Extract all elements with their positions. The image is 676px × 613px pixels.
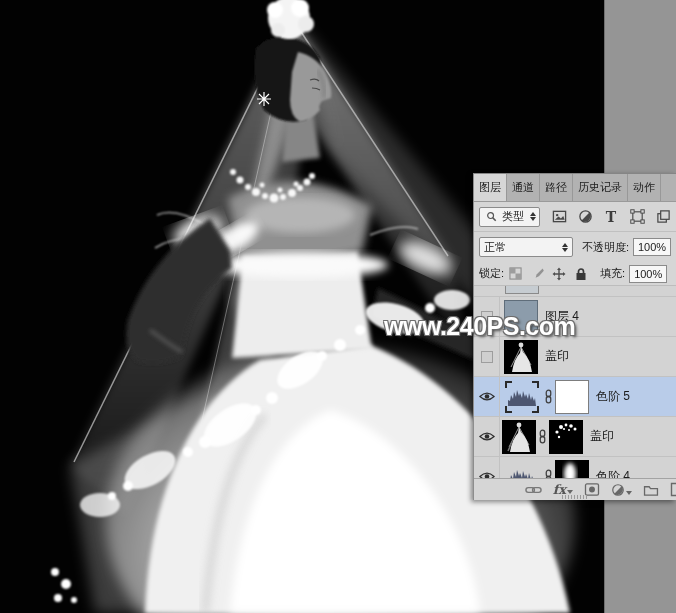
layer-mask-thumbnail[interactable] [555, 460, 589, 479]
link-mask-icon[interactable] [543, 469, 554, 478]
chevron-updown-icon [562, 243, 568, 252]
filter-adjustment-layers-icon[interactable] [577, 209, 593, 225]
lock-label: 锁定: [479, 266, 504, 281]
watermark: www.240PS.com [384, 312, 575, 341]
layer-row-gaiyin-hidden[interactable]: 盖印 [474, 337, 676, 377]
layer-filter-row: 类型 T [474, 202, 676, 232]
new-adjustment-layer-button[interactable] [611, 483, 632, 497]
panel-resize-grip[interactable] [562, 495, 588, 499]
levels-adjustment-thumbnail[interactable] [502, 380, 542, 414]
panel-bottom-bar: fx [474, 478, 676, 500]
layer-row-sejie5[interactable]: 色阶 5 [474, 377, 676, 417]
panel-tab-bar: 图层 通道 路径 历史记录 动作 [474, 174, 676, 202]
chevron-updown-icon [530, 212, 536, 221]
filter-smart-object-icon[interactable] [655, 209, 671, 225]
filter-type-layers-icon[interactable]: T [603, 209, 619, 225]
opacity-label: 不透明度: [582, 240, 629, 255]
link-layers-button[interactable] [525, 485, 542, 495]
new-group-button[interactable] [643, 484, 659, 496]
eye-icon [479, 431, 495, 442]
filter-pixel-layers-icon[interactable] [551, 209, 567, 225]
layer-mask-thumbnail[interactable] [555, 380, 589, 414]
visibility-off-box [481, 351, 493, 363]
tab-actions[interactable]: 动作 [628, 174, 661, 201]
tab-paths[interactable]: 路径 [540, 174, 573, 201]
caret-down-icon [567, 490, 573, 494]
lock-row: 锁定: 填充: 100% [474, 262, 676, 286]
layer-row-gaiyin[interactable]: 盖印 [474, 417, 676, 457]
eye-icon [479, 471, 495, 478]
opacity-field[interactable]: 100% [633, 238, 671, 256]
layer-name: 色阶 4 [596, 468, 630, 478]
layer-thumbnail [505, 286, 539, 294]
fill-field[interactable]: 100% [629, 265, 667, 283]
blend-mode-dropdown[interactable]: 正常 [479, 237, 573, 257]
caret-down-icon [626, 491, 632, 495]
search-icon [483, 209, 499, 225]
lock-transparency-icon[interactable] [508, 267, 522, 281]
filter-kind-label: 类型 [502, 209, 524, 224]
tab-history[interactable]: 历史记录 [573, 174, 628, 201]
tab-layers[interactable]: 图层 [474, 174, 507, 201]
lock-pixels-icon[interactable] [530, 267, 544, 281]
layer-thumbnail[interactable] [504, 340, 538, 374]
tab-bar-filler [661, 174, 676, 201]
blend-mode-row: 正常 不透明度: 100% [474, 232, 676, 262]
layer-name: 盖印 [590, 428, 614, 445]
layer-name: 盖印 [545, 348, 569, 365]
visibility-toggle[interactable] [474, 377, 500, 416]
visibility-toggle[interactable] [474, 457, 500, 478]
visibility-toggle[interactable] [474, 417, 500, 456]
layer-thumbnail[interactable] [502, 420, 536, 454]
eye-icon [479, 391, 495, 402]
tab-channels[interactable]: 通道 [507, 174, 540, 201]
fill-label: 填充: [600, 266, 625, 281]
layer-name: 色阶 5 [596, 388, 630, 405]
layer-row-partial[interactable] [474, 286, 676, 297]
new-layer-button[interactable] [670, 482, 676, 497]
blend-mode-value: 正常 [484, 240, 506, 255]
levels-adjustment-thumbnail[interactable] [502, 460, 542, 479]
lock-all-icon[interactable] [574, 267, 588, 281]
filter-kind-dropdown[interactable]: 类型 [479, 207, 540, 227]
filter-shape-layers-icon[interactable] [629, 209, 645, 225]
layer-row-sejie4[interactable]: 色阶 4 [474, 457, 676, 478]
layer-mask-thumbnail[interactable] [549, 420, 583, 454]
link-mask-icon[interactable] [537, 429, 548, 444]
visibility-toggle[interactable] [474, 337, 500, 376]
lock-position-icon[interactable] [552, 267, 566, 281]
link-mask-icon[interactable] [543, 389, 554, 404]
